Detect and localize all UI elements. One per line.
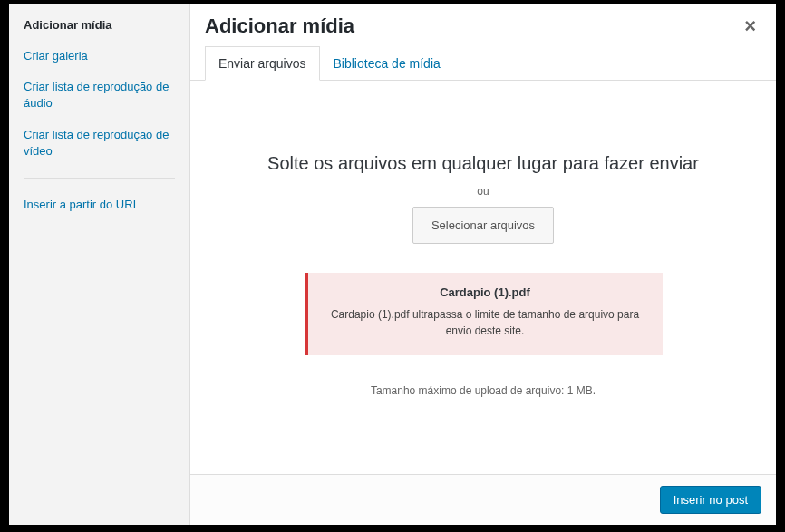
tab-media-library[interactable]: Biblioteca de mídia <box>320 46 454 81</box>
modal-footer: Inserir no post <box>190 474 776 525</box>
select-files-button[interactable]: Selecionar arquivos <box>412 207 554 244</box>
sidebar-item-label: Inserir a partir do URL <box>24 198 140 211</box>
sidebar-item-video-playlist[interactable]: Criar lista de reprodução de vídeo <box>9 120 189 167</box>
content-scroll[interactable]: Solte os arquivos em qualquer lugar para… <box>190 81 776 474</box>
sidebar-item-label: Criar lista de reprodução de áudio <box>24 80 169 110</box>
upload-area: Solte os arquivos em qualquer lugar para… <box>190 81 776 415</box>
tab-upload[interactable]: Enviar arquivos <box>205 46 320 81</box>
upload-error: Cardapio (1).pdf Cardapio (1).pdf ultrap… <box>305 273 663 355</box>
sidebar-item-label: Criar galeria <box>24 49 88 63</box>
max-upload-size: Tamanho máximo de upload de arquivo: 1 M… <box>218 384 749 397</box>
sidebar-separator <box>24 178 175 179</box>
insert-post-button[interactable]: Inserir no post <box>660 486 761 514</box>
sidebar-item-insert-url[interactable]: Inserir a partir do URL <box>9 189 189 220</box>
modal-header: Adicionar mídia × <box>190 4 776 38</box>
sidebar-item-audio-playlist[interactable]: Criar lista de reprodução de áudio <box>9 72 189 119</box>
sidebar: Adicionar mídia Criar galeria Criar list… <box>9 4 190 525</box>
modal-title: Adicionar mídia <box>205 15 354 38</box>
close-icon[interactable]: × <box>739 16 761 36</box>
media-modal: Adicionar mídia Criar galeria Criar list… <box>9 4 776 525</box>
drop-or-text: ou <box>218 185 749 198</box>
sidebar-item-label: Criar lista de reprodução de vídeo <box>24 128 169 158</box>
tabs: Enviar arquivos Biblioteca de mídia <box>190 38 776 81</box>
main-panel: Adicionar mídia × Enviar arquivos Biblio… <box>190 4 776 525</box>
sidebar-title: Adicionar mídia <box>9 18 189 41</box>
error-filename: Cardapio (1).pdf <box>323 285 648 299</box>
drop-instruction: Solte os arquivos em qualquer lugar para… <box>218 153 749 174</box>
error-message: Cardapio (1).pdf ultrapassa o limite de … <box>323 306 648 339</box>
sidebar-item-gallery[interactable]: Criar galeria <box>9 41 189 72</box>
